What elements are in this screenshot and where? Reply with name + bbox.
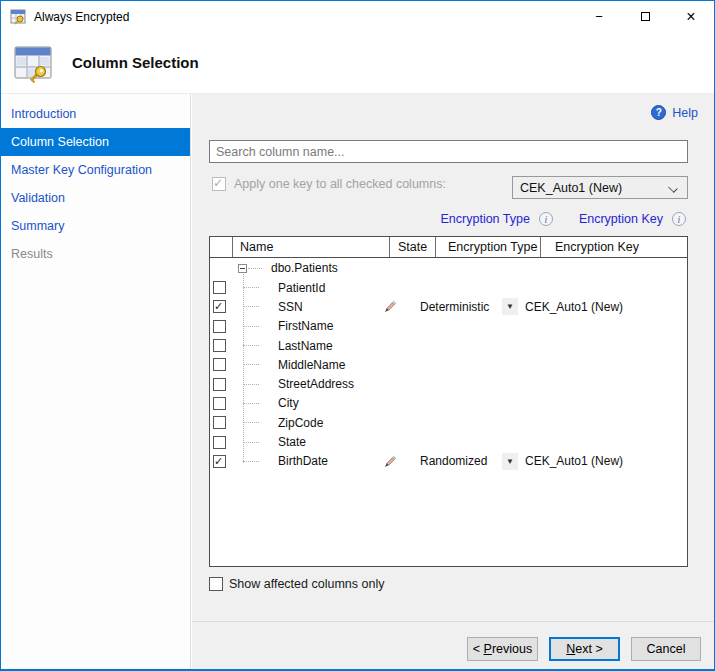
show-affected-columns-label: Show affected columns only: [229, 577, 384, 591]
column-name: FirstName: [259, 319, 367, 333]
encryption-key-link[interactable]: Encryption Key: [579, 212, 663, 226]
row-checkbox[interactable]: [213, 378, 226, 391]
encryption-type-link[interactable]: Encryption Type: [441, 212, 530, 226]
chevron-down-icon: [669, 183, 678, 192]
table-row: ✓ SSN Deterministic ▼: [210, 297, 687, 316]
minimize-icon: −: [595, 9, 603, 24]
sidebar-item-summary[interactable]: Summary: [1, 212, 190, 240]
header-encryption-type: Encryption Type: [436, 237, 541, 257]
help-link[interactable]: ? Help: [651, 105, 698, 120]
cek-dropdown-value: CEK_Auto1 (New): [513, 181, 669, 195]
minimize-button[interactable]: −: [576, 1, 622, 32]
row-checkbox[interactable]: [213, 397, 226, 410]
pencil-state-icon: [384, 455, 397, 468]
table-row: State: [210, 432, 687, 451]
header-state: State: [390, 237, 436, 257]
table-group-label: dbo.Patients: [271, 261, 338, 275]
always-encrypted-wizard-window: Always Encrypted − × Column Selection In: [0, 0, 715, 671]
encryption-type-dropdown-button[interactable]: ▼: [502, 453, 518, 470]
table-row: LastName: [210, 336, 687, 355]
page-title: Column Selection: [72, 54, 199, 71]
column-name: LastName: [259, 339, 367, 353]
column-name: City: [259, 396, 367, 410]
column-name: State: [259, 435, 367, 449]
show-affected-columns-checkbox[interactable]: [209, 577, 223, 591]
maximize-button[interactable]: [622, 1, 668, 32]
sidebar-item-master-key-configuration[interactable]: Master Key Configuration: [1, 156, 190, 184]
row-checkbox[interactable]: [213, 281, 226, 294]
check-icon: ✓: [214, 300, 223, 313]
apply-one-key-label: Apply one key to all checked columns:: [234, 177, 446, 191]
row-checkbox[interactable]: [213, 436, 226, 449]
sidebar-item-column-selection[interactable]: Column Selection: [1, 128, 190, 156]
column-name: SSN: [259, 300, 367, 314]
sidebar-item-introduction[interactable]: Introduction: [1, 100, 190, 128]
table-group-row: dbo.Patients: [210, 258, 687, 278]
cancel-button[interactable]: Cancel: [631, 637, 701, 661]
encryption-type-value: Randomized: [413, 454, 502, 468]
columns-grid: Name State Encryption Type Encryption Ke…: [209, 236, 688, 567]
grid-header: Name State Encryption Type Encryption Ke…: [210, 237, 687, 258]
header-checkbox-column: [210, 237, 233, 257]
header-name: Name: [233, 237, 390, 257]
table-row: City: [210, 394, 687, 413]
search-input[interactable]: [209, 140, 688, 163]
column-name: BirthDate: [259, 454, 367, 468]
next-button[interactable]: Next >: [549, 637, 620, 661]
dropdown-arrow-icon: ▼: [506, 457, 514, 466]
encryption-key-value: CEK_Auto1 (New): [518, 454, 664, 468]
apply-one-key-checkbox: ✓: [212, 177, 226, 191]
cek-dropdown[interactable]: CEK_Auto1 (New): [512, 176, 688, 199]
table-row: PatientId: [210, 278, 687, 297]
titlebar: Always Encrypted − ×: [1, 1, 714, 32]
table-row: FirstName: [210, 317, 687, 336]
content-pane: ? Help ✓ Apply one key to all checked co…: [192, 94, 714, 669]
column-name: MiddleName: [259, 358, 367, 372]
sidebar-item-validation[interactable]: Validation: [1, 184, 190, 212]
row-checkbox[interactable]: [213, 339, 226, 352]
close-button[interactable]: ×: [668, 1, 714, 32]
column-name: StreetAddress: [259, 377, 367, 391]
table-row: ✓ BirthDate Randomized ▼: [210, 452, 687, 471]
footer-divider: [192, 621, 714, 622]
column-name: ZipCode: [259, 416, 367, 430]
previous-button[interactable]: < Previous: [467, 637, 538, 661]
row-checkbox[interactable]: ✓: [213, 300, 226, 313]
help-label: Help: [672, 106, 698, 120]
dropdown-arrow-icon: ▼: [506, 302, 514, 311]
table-row: MiddleName: [210, 355, 687, 374]
collapse-icon[interactable]: [238, 264, 247, 273]
table-row: ZipCode: [210, 413, 687, 432]
row-checkbox[interactable]: [213, 358, 226, 371]
row-checkbox[interactable]: ✓: [213, 455, 226, 468]
maximize-icon: [641, 12, 650, 21]
check-icon: ✓: [214, 455, 223, 468]
row-checkbox[interactable]: [213, 416, 226, 429]
help-icon: ?: [651, 105, 666, 120]
column-name: PatientId: [259, 281, 367, 295]
page-header: Column Selection: [1, 32, 714, 94]
encryption-key-info-icon[interactable]: i: [672, 212, 686, 226]
encryption-key-value: CEK_Auto1 (New): [518, 300, 664, 314]
wizard-steps-sidebar: Introduction Column Selection Master Key…: [1, 94, 191, 669]
row-checkbox[interactable]: [213, 320, 226, 333]
window-title: Always Encrypted: [34, 10, 129, 24]
table-key-icon: [12, 42, 54, 84]
table-row: StreetAddress: [210, 374, 687, 393]
header-encryption-key: Encryption Key: [541, 237, 687, 257]
pencil-state-icon: [384, 300, 397, 313]
encryption-type-dropdown-button[interactable]: ▼: [502, 298, 518, 315]
app-icon: [10, 9, 27, 25]
check-icon: ✓: [213, 176, 223, 190]
encryption-type-info-icon[interactable]: i: [539, 212, 553, 226]
close-icon: ×: [686, 8, 695, 26]
encryption-type-value: Deterministic: [413, 300, 502, 314]
sidebar-item-results: Results: [1, 240, 190, 268]
